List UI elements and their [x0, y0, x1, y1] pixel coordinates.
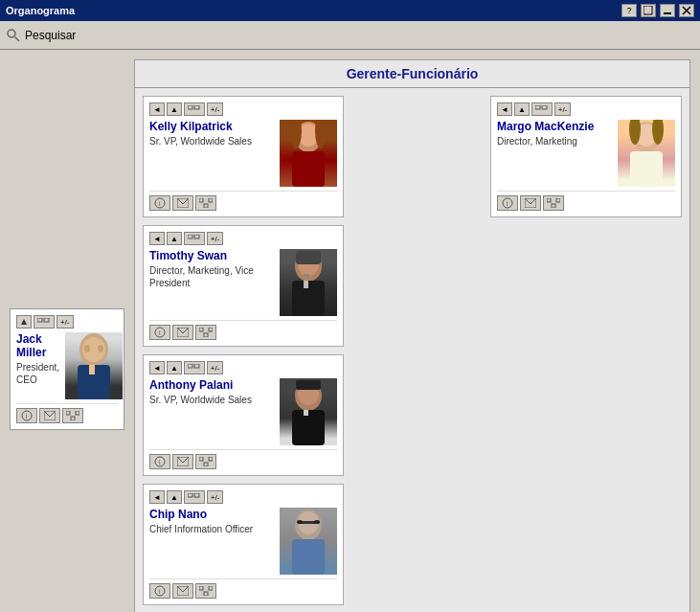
chip-org-button[interactable]	[184, 490, 205, 504]
chip-actions: i	[149, 578, 337, 599]
svg-rect-21	[188, 105, 192, 109]
jack-email-button[interactable]	[39, 408, 60, 423]
kelly-hierarchy-button[interactable]	[195, 195, 216, 211]
margo-hierarchy-button[interactable]	[543, 195, 564, 211]
kelly-actions: i	[149, 191, 337, 211]
svg-text:i: i	[159, 329, 161, 336]
anthony-plusminus-button[interactable]: +/-	[207, 361, 224, 374]
kelly-info-button[interactable]: i	[149, 195, 170, 211]
svg-text:i: i	[159, 459, 161, 465]
search-control[interactable]: Pesquisar	[6, 28, 76, 43]
chip-info-button[interactable]: i	[149, 583, 170, 599]
svg-rect-76	[535, 105, 540, 109]
chip-up-button[interactable]: ▲	[167, 490, 182, 504]
timothy-plusminus-button[interactable]: +/-	[207, 232, 224, 245]
margo-photo	[618, 120, 675, 187]
svg-marker-6	[21, 319, 27, 325]
svg-rect-63	[194, 493, 199, 497]
jack-info-button[interactable]: i	[16, 408, 37, 423]
svg-rect-59	[199, 457, 203, 461]
margo-email-button[interactable]	[520, 195, 541, 211]
margo-name: Margo MacKenzie	[497, 120, 612, 133]
minimize-button[interactable]	[660, 4, 675, 17]
section-title: Gerente-Funcionário	[134, 59, 690, 88]
timothy-email-button[interactable]	[172, 325, 193, 340]
svg-rect-19	[71, 417, 75, 420]
jack-miller-photo	[65, 332, 123, 399]
anthony-name: Anthony Palani	[149, 378, 274, 392]
timothy-body: Timothy Swan Director, Marketing, Vice P…	[149, 249, 337, 316]
chip-back-button[interactable]: ◄	[149, 490, 165, 504]
restore-button[interactable]	[641, 4, 656, 17]
timothy-info-button[interactable]: i	[149, 325, 170, 340]
timothy-toolbar: ◄ ▲ +/-	[149, 232, 337, 245]
svg-rect-69	[292, 539, 325, 575]
kelly-email-button[interactable]	[172, 195, 193, 211]
svg-rect-88	[556, 198, 560, 202]
anthony-toolbar: ◄ ▲ +/-	[149, 361, 337, 374]
svg-rect-33	[209, 198, 213, 202]
anthony-up-button[interactable]: ▲	[167, 361, 182, 374]
svg-rect-35	[194, 235, 199, 238]
svg-rect-27	[292, 151, 325, 187]
jack-plusminus-button[interactable]: +/-	[56, 315, 74, 329]
kelly-name: Kelly Kilpatrick	[149, 120, 274, 133]
anthony-org-button[interactable]	[184, 361, 205, 374]
left-employee-cards: ◄ ▲ +/- Kelly Kilpatrick	[143, 96, 481, 605]
svg-rect-34	[188, 235, 192, 238]
timothy-hierarchy-button[interactable]	[195, 325, 216, 340]
margo-back-button[interactable]: ◄	[497, 102, 512, 116]
chip-toolbar: ◄ ▲ +/-	[149, 490, 337, 504]
jack-miller-title: President, CEO	[16, 361, 59, 386]
margo-org-button[interactable]	[531, 102, 553, 116]
margo-info-button[interactable]: i	[497, 195, 518, 211]
svg-rect-77	[542, 105, 547, 109]
margo-up-button[interactable]: ▲	[514, 102, 530, 116]
timothy-back-button[interactable]: ◄	[149, 232, 165, 245]
svg-text:i: i	[159, 588, 161, 595]
help-button[interactable]: ?	[621, 4, 637, 17]
svg-rect-31	[199, 198, 203, 202]
svg-point-14	[98, 345, 103, 352]
svg-rect-46	[204, 333, 208, 337]
chip-avatar	[282, 508, 335, 575]
timothy-up-button[interactable]: ▲	[167, 232, 182, 245]
svg-text:i: i	[159, 200, 161, 207]
anthony-back-button[interactable]: ◄	[149, 361, 165, 374]
search-label[interactable]: Pesquisar	[25, 29, 76, 42]
timothy-org-button[interactable]	[184, 232, 205, 245]
gerente-funcionario-panel: Gerente-Funcionário ◄ ▲ +	[134, 59, 690, 602]
jack-miller-body: Jack Miller President, CEO	[16, 332, 118, 399]
svg-rect-61	[209, 457, 213, 461]
anthony-info: Anthony Palani Sr. VP, Worldwide Sales	[149, 378, 274, 406]
kelly-plusminus-button[interactable]: +/-	[207, 102, 224, 116]
chip-email-button[interactable]	[172, 583, 193, 599]
svg-rect-54	[304, 410, 308, 416]
kelly-photo	[280, 120, 337, 187]
kelly-back-button[interactable]: ◄	[149, 102, 165, 116]
chip-hierarchy-button[interactable]	[195, 583, 216, 599]
margo-plusminus-button[interactable]: +/-	[554, 102, 572, 116]
jack-org-button[interactable]	[34, 315, 55, 329]
svg-rect-0	[644, 6, 652, 14]
kelly-org-button[interactable]	[184, 102, 205, 116]
svg-point-67	[297, 520, 303, 524]
margo-card: ◄ ▲ +/- Margo MacKenzie	[490, 96, 682, 217]
chip-info: Chip Nano Chief Information Officer	[149, 508, 274, 535]
anthony-email-button[interactable]	[172, 454, 193, 469]
close-button[interactable]	[679, 4, 694, 17]
chip-title: Chief Information Officer	[149, 523, 274, 535]
jack-up-button[interactable]	[16, 315, 32, 329]
margo-body: Margo MacKenzie Director, Marketing	[497, 120, 675, 187]
svg-rect-18	[66, 411, 70, 415]
anthony-info-button[interactable]: i	[149, 454, 170, 469]
jack-miller-info: Jack Miller President, CEO	[16, 332, 59, 386]
right-employee-cards: ◄ ▲ +/- Margo MacKenzie	[490, 96, 682, 605]
jack-miller-toolbar: +/-	[16, 315, 118, 329]
anthony-hierarchy-button[interactable]	[195, 454, 216, 469]
svg-rect-60	[204, 463, 208, 466]
kelly-up-button[interactable]: ▲	[167, 102, 182, 116]
jack-hierarchy-button[interactable]	[62, 408, 83, 423]
timothy-title: Director, Marketing, Vice President	[149, 264, 274, 289]
chip-plusminus-button[interactable]: +/-	[207, 490, 224, 504]
